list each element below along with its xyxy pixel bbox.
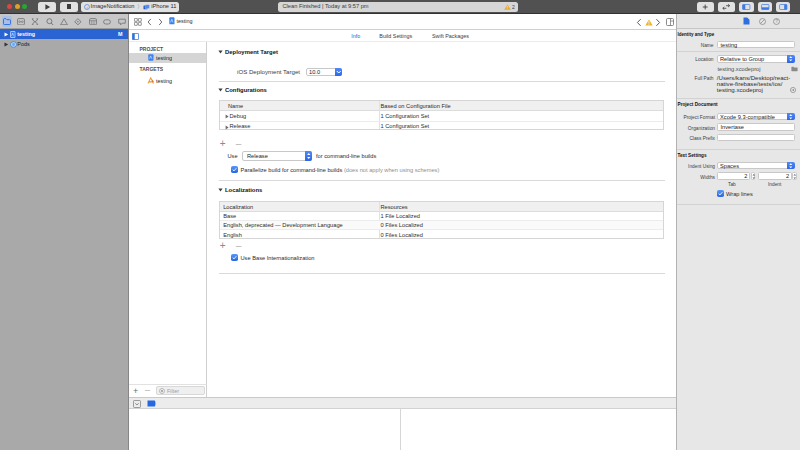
svg-text:?: ? bbox=[775, 19, 778, 24]
svg-text:i: i bbox=[86, 4, 87, 9]
svg-text:!: ! bbox=[507, 6, 508, 10]
